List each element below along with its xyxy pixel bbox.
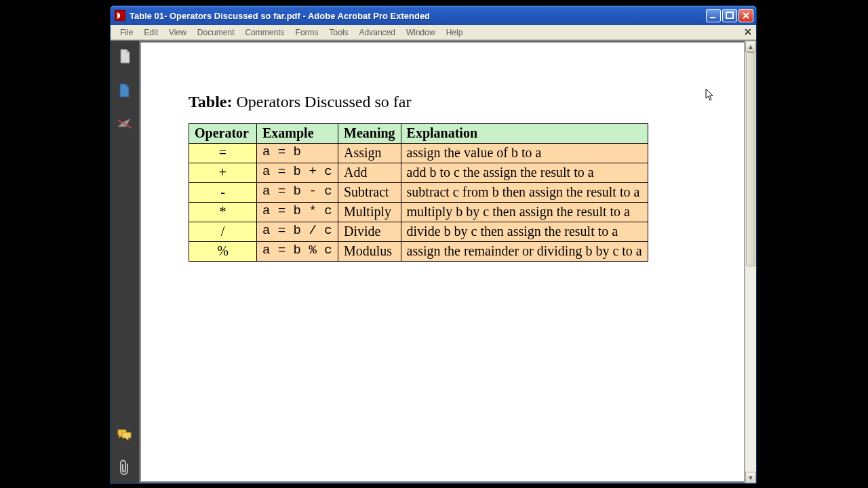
vertical-scrollbar[interactable]: ▲ ▼: [745, 41, 756, 483]
th-meaning: Meaning: [338, 124, 401, 144]
navigation-pane: [111, 41, 139, 483]
menu-tools[interactable]: Tools: [324, 26, 354, 39]
minimize-button[interactable]: [706, 9, 721, 22]
comments-panel-icon[interactable]: [116, 426, 134, 444]
pdf-app-icon: [115, 10, 125, 21]
app-window: Table 01- Operators Discussed so far.pdf…: [110, 5, 757, 484]
document-close-button[interactable]: ✕: [743, 26, 753, 37]
menu-edit[interactable]: Edit: [138, 26, 163, 39]
cell-example: a = b: [257, 144, 338, 163]
menu-help[interactable]: Help: [441, 26, 469, 39]
window-title: Table 01- Operators Discussed so far.pdf…: [130, 11, 706, 21]
cell-meaning: Add: [338, 163, 401, 183]
cell-operator: %: [189, 242, 257, 262]
cell-meaning: Multiply: [338, 203, 401, 222]
attachments-panel-icon[interactable]: [116, 459, 134, 476]
menu-file[interactable]: File: [115, 26, 138, 39]
cell-explanation: assign the remainder or dividing b by c …: [401, 242, 648, 262]
th-operator: Operator: [189, 124, 257, 144]
cell-meaning: Assign: [338, 144, 401, 163]
cell-operator: *: [189, 203, 257, 222]
client-area: Table: Operators Discussed so far Operat…: [111, 40, 756, 483]
table-row: -a = b - cSubtractsubtract c from b then…: [189, 183, 648, 203]
signatures-panel-icon[interactable]: [116, 115, 134, 133]
menu-comments[interactable]: Comments: [240, 26, 290, 39]
maximize-button[interactable]: [722, 9, 737, 22]
pdf-page: Table: Operators Discussed so far Operat…: [140, 42, 745, 482]
svg-rect-1: [726, 12, 733, 18]
doc-heading: Table: Operators Discussed so far: [189, 93, 724, 111]
operators-table: Operator Example Meaning Explanation =a …: [189, 123, 648, 262]
scroll-thumb[interactable]: [746, 52, 755, 266]
th-explanation: Explanation: [401, 124, 648, 144]
menu-document[interactable]: Document: [192, 26, 240, 39]
doc-heading-text: Operators Discussed so far: [236, 93, 411, 110]
menubar: File Edit View Document Comments Forms T…: [111, 25, 756, 40]
cell-explanation: assign the value of b to a: [401, 144, 648, 163]
cell-example: a = b % c: [257, 242, 338, 262]
scroll-down-button[interactable]: ▼: [745, 472, 756, 483]
menu-view[interactable]: View: [163, 26, 192, 39]
menu-window[interactable]: Window: [401, 26, 441, 39]
cell-explanation: multiply b by c then assign the result t…: [401, 203, 648, 222]
cell-operator: -: [189, 183, 257, 203]
cell-example: a = b / c: [257, 222, 338, 242]
bookmarks-panel-icon[interactable]: [116, 81, 134, 99]
scroll-track[interactable]: [745, 52, 756, 472]
cell-meaning: Modulus: [338, 242, 401, 262]
cell-explanation: subtract c from b then assign the result…: [401, 183, 648, 203]
document-area: Table: Operators Discussed so far Operat…: [139, 41, 756, 483]
cell-operator: /: [189, 222, 257, 242]
pages-panel-icon[interactable]: [116, 47, 134, 65]
cell-meaning: Divide: [338, 222, 401, 242]
table-row: *a = b * cMultiplymultiply b by c then a…: [189, 203, 648, 222]
table-row: =a = bAssignassign the value of b to a: [189, 144, 648, 163]
cell-meaning: Subtract: [338, 183, 401, 203]
th-example: Example: [257, 124, 338, 144]
titlebar[interactable]: Table 01- Operators Discussed so far.pdf…: [111, 6, 756, 25]
cell-explanation: divide b by c then assign the result to …: [401, 222, 648, 242]
menu-forms[interactable]: Forms: [290, 26, 324, 39]
table-row: +a = b + cAddadd b to c the assign the r…: [189, 163, 648, 183]
cell-example: a = b - c: [257, 183, 338, 203]
cell-example: a = b + c: [257, 163, 338, 183]
svg-rect-0: [710, 17, 715, 18]
menu-advanced[interactable]: Advanced: [354, 26, 401, 39]
table-header-row: Operator Example Meaning Explanation: [189, 124, 648, 144]
cell-operator: +: [189, 163, 257, 183]
scroll-up-button[interactable]: ▲: [745, 41, 756, 52]
cell-operator: =: [189, 144, 257, 163]
cell-explanation: add b to c the assign the result to a: [401, 163, 648, 183]
doc-heading-label: Table:: [189, 93, 232, 110]
close-button[interactable]: [738, 9, 753, 22]
table-row: /a = b / cDividedivide b by c then assig…: [189, 222, 648, 242]
cell-example: a = b * c: [257, 203, 338, 222]
table-row: %a = b % cModulusassign the remainder or…: [189, 242, 648, 262]
